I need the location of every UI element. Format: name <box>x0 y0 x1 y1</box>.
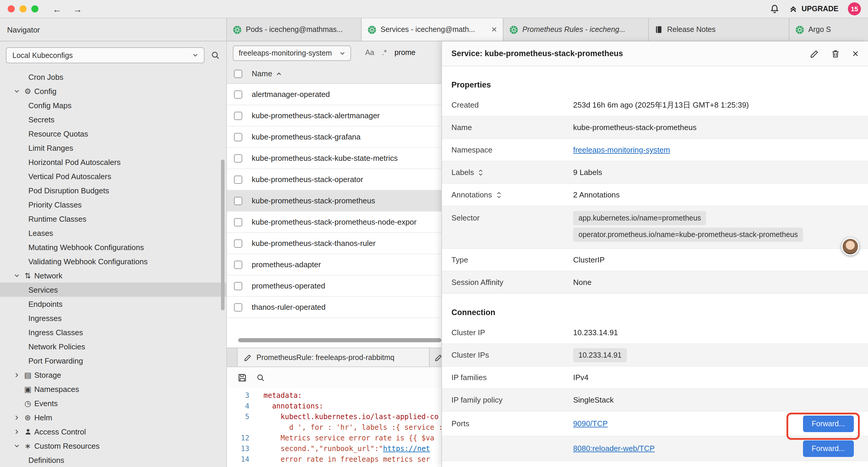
table-search-input[interactable]: prome <box>395 49 415 57</box>
row-checkbox[interactable] <box>234 197 242 205</box>
table-row-kube-prometheus-stack-thanos-ruler[interactable]: kube-prometheus-stack-thanos-ruler <box>227 233 441 254</box>
close-window-button[interactable] <box>8 5 15 12</box>
sidebar-item-custom-resources[interactable]: ∗Custom Resources <box>0 439 226 453</box>
chevron-down-icon[interactable] <box>12 88 21 94</box>
sidebar-item-horizontal-pod-autoscalers[interactable]: Horizontal Pod Autoscalers <box>0 155 226 169</box>
sidebar-item-validating-webhook-configurations[interactable]: Validating Webhook Configurations <box>0 254 226 268</box>
sidebar-item-network[interactable]: ⇅Network <box>0 268 226 283</box>
tab-services-icecheng-math[interactable]: Services - icecheng@math...× <box>362 18 503 41</box>
namespace-select[interactable]: freeleaps-monitoring-system <box>233 46 351 61</box>
sidebar-item-ingresses[interactable]: Ingresses <box>0 311 226 325</box>
tab-argo-s[interactable]: Argo S <box>789 18 868 41</box>
column-header-name[interactable]: Name <box>252 69 272 78</box>
sidebar-item-resource-quotas[interactable]: Resource Quotas <box>0 126 226 141</box>
sidebar-item-definitions[interactable]: Definitions <box>0 453 226 467</box>
edit-service-icon[interactable] <box>810 49 819 58</box>
expand-toggle-icon[interactable] <box>496 191 501 199</box>
sidebar-item-secrets[interactable]: Secrets <box>0 112 226 126</box>
table-row-kube-prometheus-stack-operator[interactable]: kube-prometheus-stack-operator <box>227 169 441 191</box>
table-row-prometheus-adapter[interactable]: prometheus-adapter <box>227 254 441 275</box>
tab-release-notes[interactable]: Release Notes <box>649 18 789 41</box>
chevron-right-icon[interactable] <box>12 429 21 434</box>
table-row-kube-prometheus-stack-prometheus-node-ex[interactable]: kube-prometheus-stack-prometheus-node-ex… <box>227 212 441 233</box>
sidebar-item-config[interactable]: ⚙Config <box>0 84 226 98</box>
delete-service-icon[interactable] <box>831 49 840 58</box>
sidebar-item-mutating-webhook-configurations[interactable]: Mutating Webhook Configurations <box>0 240 226 254</box>
sidebar-item-events[interactable]: ◷Events <box>0 396 226 410</box>
sidebar-item-ingress-classes[interactable]: Ingress Classes <box>0 325 226 339</box>
close-drawer-icon[interactable]: × <box>852 48 859 59</box>
expand-toggle-icon[interactable] <box>478 168 484 176</box>
row-checkbox[interactable] <box>234 90 242 98</box>
row-checkbox[interactable] <box>234 175 242 183</box>
section-rows-connection: Cluster IP10.233.14.91Cluster IPs10.233.… <box>442 322 868 461</box>
chevron-down-icon[interactable] <box>12 443 21 448</box>
row-name: thanos-ruler-operated <box>252 303 326 312</box>
sidebar-item-config-maps[interactable]: Config Maps <box>0 98 226 112</box>
save-icon[interactable] <box>238 373 247 382</box>
table-row-kube-prometheus-stack-kube-state-metrics[interactable]: kube-prometheus-stack-kube-state-metrics <box>227 148 441 169</box>
property-label: Cluster IPs <box>452 351 573 359</box>
table-row-kube-prometheus-stack-alertmanager[interactable]: kube-prometheus-stack-alertmanager <box>227 105 441 126</box>
port-link[interactable]: 8080:reloader-web/TCP <box>573 444 655 453</box>
match-case-toggle[interactable]: Aa <box>365 49 374 57</box>
sidebar-item-endpoints[interactable]: Endpoints <box>0 297 226 311</box>
upgrade-button[interactable]: UPGRADE <box>789 4 838 13</box>
regex-toggle[interactable]: .* <box>382 49 387 57</box>
forward-button[interactable]: Forward... <box>803 440 854 457</box>
namespace-link[interactable]: freeleaps-monitoring-system <box>573 145 670 154</box>
row-checkbox[interactable] <box>234 303 242 311</box>
sidebar-item-runtime-classes[interactable]: Runtime Classes <box>0 212 226 226</box>
sidebar-item-limit-ranges[interactable]: Limit Ranges <box>0 141 226 155</box>
select-all-checkbox[interactable] <box>234 69 242 78</box>
sidebar-item-priority-classes[interactable]: Priority Classes <box>0 198 226 212</box>
close-tab-icon[interactable]: × <box>491 25 497 34</box>
forward-arrow-icon[interactable]: → <box>73 4 82 14</box>
chevron-right-icon[interactable] <box>12 372 21 377</box>
table-row-thanos-ruler-operated[interactable]: thanos-ruler-operated <box>227 297 441 318</box>
sidebar-item-helm[interactable]: ⊛Helm <box>0 410 226 425</box>
editor-tab[interactable]: PrometheusRule: freeleaps-prod-rabbitmq <box>237 348 430 367</box>
row-checkbox[interactable] <box>234 282 242 290</box>
back-arrow-icon[interactable]: ← <box>53 4 61 14</box>
row-checkbox[interactable] <box>234 239 242 247</box>
maximize-window-button[interactable] <box>31 5 38 12</box>
editor-search-icon[interactable] <box>256 374 265 382</box>
row-checkbox[interactable] <box>234 218 242 226</box>
horizontal-scrollbar[interactable] <box>238 338 441 342</box>
user-avatar[interactable] <box>841 238 859 255</box>
row-checkbox[interactable] <box>234 111 242 120</box>
notification-count-badge[interactable]: 15 <box>848 2 861 16</box>
yaml-editor-content[interactable]: 3metadata:4 annotations:5 kubectl.kubern… <box>227 388 441 465</box>
notifications-bell-icon[interactable] <box>770 4 780 13</box>
sidebar-item-storage[interactable]: ▤Storage <box>0 368 226 382</box>
row-checkbox[interactable] <box>234 154 242 162</box>
port-link[interactable]: 9090/TCP <box>573 419 608 428</box>
chevron-right-icon[interactable] <box>12 415 21 420</box>
sidebar-item-services[interactable]: Services <box>0 283 226 297</box>
sidebar-item-port-forwarding[interactable]: Port Forwarding <box>0 353 226 368</box>
table-row-kube-prometheus-stack-grafana[interactable]: kube-prometheus-stack-grafana <box>227 126 441 148</box>
table-row-alertmanager-operated[interactable]: alertmanager-operated <box>227 84 441 105</box>
sidebar-item-network-policies[interactable]: Network Policies <box>0 339 226 353</box>
sidebar-item-access-control[interactable]: Access Control <box>0 425 226 439</box>
tab-prometheus-rules-icecheng[interactable]: Prometheus Rules - icecheng... <box>503 18 649 41</box>
table-row-kube-prometheus-stack-prometheus[interactable]: kube-prometheus-stack-prometheus <box>227 191 441 212</box>
editor-tab-partial[interactable] <box>430 348 441 367</box>
chevron-down-icon[interactable] <box>12 273 21 278</box>
sidebar-search-icon[interactable] <box>211 51 220 60</box>
sidebar-item-leases[interactable]: Leases <box>0 226 226 240</box>
table-row-prometheus-operated[interactable]: prometheus-operated <box>227 275 441 297</box>
kubeconfig-select[interactable]: Local Kubeconfigs <box>6 47 205 63</box>
row-checkbox[interactable] <box>234 260 242 269</box>
sidebar-item-label: Mutating Webhook Configurations <box>28 243 144 252</box>
sidebar-item-cron-jobs[interactable]: Cron Jobs <box>0 70 226 84</box>
forward-button[interactable]: Forward... <box>803 415 854 432</box>
sidebar-scrollbar[interactable] <box>221 159 224 310</box>
tab-pods-icecheng-mathmas[interactable]: Pods - icecheng@mathmas... <box>227 18 362 41</box>
row-checkbox[interactable] <box>234 133 242 141</box>
sidebar-item-pod-disruption-budgets[interactable]: Pod Disruption Budgets <box>0 183 226 198</box>
sidebar-item-vertical-pod-autoscalers[interactable]: Vertical Pod Autoscalers <box>0 169 226 183</box>
sidebar-item-namespaces[interactable]: ▣Namespaces <box>0 382 226 396</box>
minimize-window-button[interactable] <box>20 5 27 12</box>
